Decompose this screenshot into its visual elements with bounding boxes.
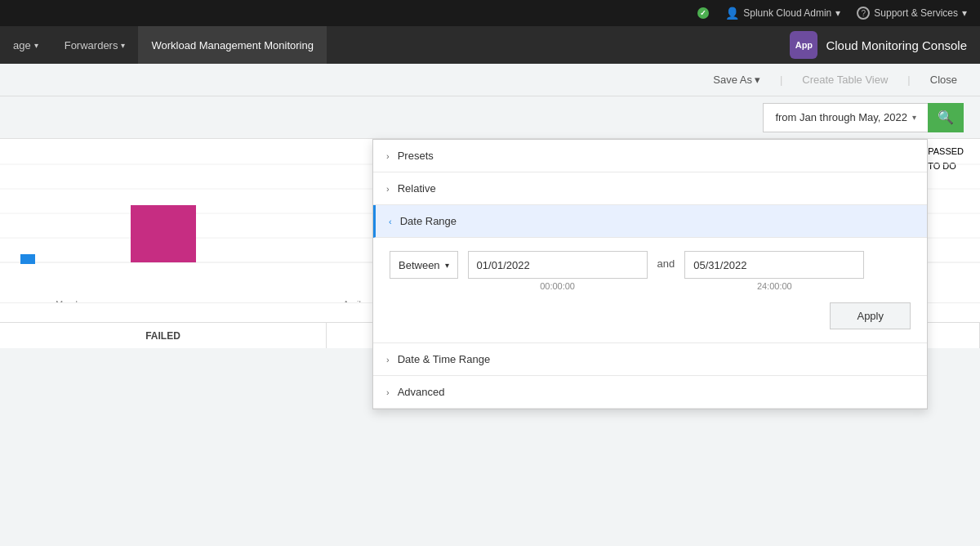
close-button[interactable]: Close (924, 70, 964, 89)
presets-label: Presets (398, 150, 434, 162)
relative-label: Relative (398, 182, 436, 195)
start-date-input[interactable] (468, 251, 648, 279)
date-range-label: Date Range (400, 215, 457, 227)
close-label: Close (930, 74, 957, 86)
timebar: from Jan through May, 2022 ▾ 🔍 › Presets… (0, 96, 980, 139)
topbar: 👤 Splunk Cloud Admin ▾ ? Support & Servi… (0, 0, 980, 26)
toolbar: Save As ▾ | Create Table View | Close (0, 64, 980, 96)
between-caret-icon: ▾ (445, 261, 449, 270)
advanced-chevron-icon: › (386, 387, 390, 397)
navbar: age ▾ Forwarders ▾ Workload Management M… (0, 26, 980, 64)
apply-label: Apply (857, 310, 884, 322)
cmc-icon-text: App (795, 40, 813, 50)
support-label: Support & Services (874, 7, 958, 19)
create-table-view-label: Create Table View (802, 74, 888, 86)
end-time-hint: 24:00:00 (684, 281, 864, 291)
toolbar-divider-2: | (907, 74, 910, 86)
date-time-range-chevron-icon: › (386, 355, 390, 365)
save-as-caret-icon: ▾ (755, 74, 760, 86)
time-range-caret-icon: ▾ (912, 113, 916, 122)
cmc-title: Cloud Monitoring Console (826, 38, 967, 52)
between-label: Between (399, 259, 440, 271)
apply-button[interactable]: Apply (830, 302, 911, 329)
x-label-april: April (343, 299, 361, 302)
relative-chevron-icon: › (386, 184, 390, 194)
user-caret-icon: ▾ (835, 7, 840, 19)
navbar-item-forwarders[interactable]: Forwarders ▾ (51, 26, 139, 64)
cmc-badge: App Cloud Monitoring Console (777, 31, 980, 59)
user-icon: 👤 (725, 7, 739, 20)
toolbar-divider-1: | (780, 74, 782, 86)
time-range-label: from Jan through May, 2022 (775, 111, 907, 123)
presets-chevron-icon: › (386, 151, 390, 161)
time-range-picker[interactable]: from Jan through May, 2022 ▾ (763, 103, 928, 132)
navbar-item-manage[interactable]: age ▾ (0, 26, 51, 64)
dropdown-date-time-range[interactable]: › Date & Time Range (373, 343, 927, 376)
end-date-group: 24:00:00 (684, 251, 864, 291)
x-label-march: March (56, 299, 81, 302)
cmc-icon: App (790, 31, 817, 59)
dropdown-presets[interactable]: › Presets (373, 140, 927, 172)
navbar-item-workload[interactable]: Workload Management Monitoring (138, 26, 326, 64)
between-select[interactable]: Between ▾ (390, 251, 458, 279)
user-menu[interactable]: 👤 Splunk Cloud Admin ▾ (725, 7, 840, 20)
dropdown-date-range[interactable]: ‹ Date Range (373, 205, 927, 238)
bar-pink-march (131, 205, 196, 262)
question-icon: ? (857, 7, 870, 20)
create-table-view-button[interactable]: Create Table View (795, 70, 894, 89)
support-menu[interactable]: ? Support & Services ▾ (857, 7, 967, 20)
time-picker-dropdown: › Presets › Relative ‹ Date Range Betwee… (372, 139, 928, 410)
navbar-item-manage-caret: ▾ (34, 41, 38, 50)
support-caret-icon: ▾ (962, 7, 967, 19)
advanced-label: Advanced (398, 386, 445, 398)
failed-label: FAILED (145, 330, 180, 342)
status-dot-icon (697, 7, 709, 19)
navbar-item-workload-label: Workload Management Monitoring (151, 39, 313, 51)
save-as-label: Save As (713, 74, 752, 86)
navbar-item-forwarders-label: Forwarders (65, 39, 118, 51)
end-date-input[interactable] (684, 251, 864, 279)
date-range-chevron-icon: ‹ (389, 217, 392, 226)
status-indicator (697, 7, 709, 19)
date-time-range-label: Date & Time Range (398, 353, 490, 365)
search-button[interactable]: 🔍 (928, 103, 964, 132)
user-label: Splunk Cloud Admin (743, 7, 831, 19)
date-range-content: Between ▾ 00:00:00 and 24:00:00 Apply (373, 238, 927, 343)
bar-blue-1 (20, 254, 35, 264)
navbar-item-manage-label: age (13, 39, 31, 51)
start-time-hint: 00:00:00 (468, 281, 648, 291)
and-label: and (657, 251, 675, 270)
search-icon: 🔍 (938, 110, 954, 125)
summary-cell-failed: FAILED (0, 323, 327, 348)
date-range-row: Between ▾ 00:00:00 and 24:00:00 (390, 251, 911, 291)
dropdown-relative[interactable]: › Relative (373, 172, 927, 205)
dropdown-advanced[interactable]: › Advanced (373, 376, 927, 409)
start-date-group: 00:00:00 (468, 251, 648, 291)
apply-row: Apply (390, 302, 911, 329)
navbar-item-forwarders-caret: ▾ (121, 41, 125, 50)
save-as-button[interactable]: Save As ▾ (706, 70, 767, 89)
